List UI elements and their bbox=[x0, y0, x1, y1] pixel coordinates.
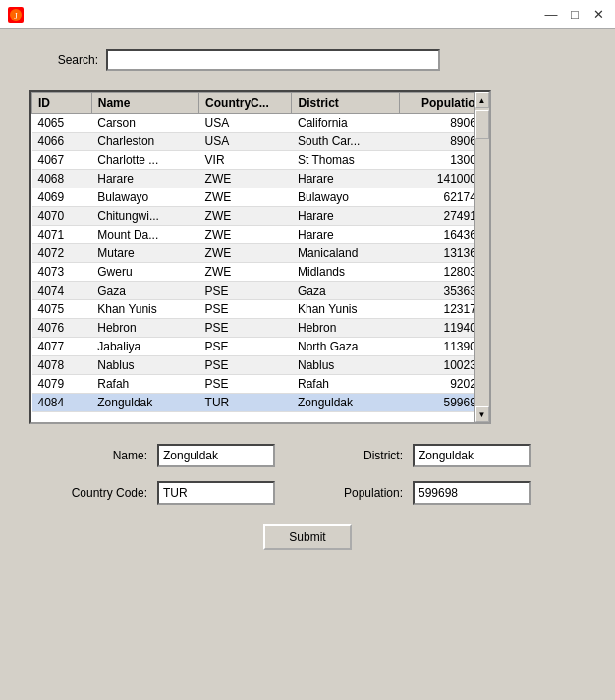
maximize-button[interactable]: □ bbox=[566, 6, 584, 24]
cell-cc: USA bbox=[199, 133, 292, 151]
table-row[interactable]: 4067 Charlotte ... VIR St Thomas 13000 bbox=[32, 151, 489, 170]
table-row[interactable]: 4078 Nablus PSE Nablus 100231 bbox=[32, 356, 489, 375]
cell-id: 4076 bbox=[32, 319, 92, 338]
scrollbar-down-button[interactable]: ▼ bbox=[475, 406, 489, 422]
cell-district: Khan Yunis bbox=[292, 300, 399, 319]
table-row[interactable]: 4068 Harare ZWE Harare 1410000 bbox=[32, 170, 489, 188]
table-row[interactable]: 4084 Zonguldak TUR Zonguldak 599698 bbox=[32, 394, 489, 412]
col-header-name: Name bbox=[91, 93, 198, 114]
cell-cc: VIR bbox=[199, 151, 292, 170]
table-row[interactable]: 4077 Jabaliya PSE North Gaza 113901 bbox=[32, 338, 489, 356]
table-body: 4065 Carson USA California 89069 4066 Ch… bbox=[32, 114, 489, 412]
table-row[interactable]: 4072 Mutare ZWE Manicaland 131367 bbox=[32, 244, 489, 263]
cell-name: Mount Da... bbox=[91, 226, 198, 244]
table-row[interactable]: 4070 Chitungwi... ZWE Harare 274912 bbox=[32, 207, 489, 226]
scrollbar[interactable]: ▲ ▼ bbox=[474, 92, 489, 422]
table-row[interactable]: 4079 Rafah PSE Rafah 92020 bbox=[32, 375, 489, 394]
col-header-id: ID bbox=[32, 93, 92, 114]
cell-district: Zonguldak bbox=[292, 394, 399, 412]
name-input[interactable] bbox=[157, 444, 275, 467]
close-button[interactable]: ✕ bbox=[589, 6, 607, 24]
table-row[interactable]: 4076 Hebron PSE Hebron 119401 bbox=[32, 319, 489, 338]
country-code-input[interactable] bbox=[157, 481, 275, 505]
cell-id: 4079 bbox=[32, 375, 92, 394]
population-label: Population: bbox=[285, 486, 403, 500]
cell-name: Mutare bbox=[91, 244, 198, 263]
cc-row: Country Code: Population: bbox=[29, 481, 586, 505]
cell-cc: PSE bbox=[199, 375, 292, 394]
cell-id: 4071 bbox=[32, 226, 92, 244]
table-row[interactable]: 4074 Gaza PSE Gaza 353632 bbox=[32, 282, 489, 300]
cell-cc: PSE bbox=[199, 282, 292, 300]
cell-name: Charleston bbox=[91, 133, 198, 151]
cell-name: Bulawayo bbox=[91, 188, 198, 207]
app-icon: J bbox=[8, 7, 24, 23]
population-input[interactable] bbox=[413, 481, 531, 505]
col-header-cc: CountryC... bbox=[199, 93, 292, 114]
district-label: District: bbox=[285, 449, 403, 462]
title-bar-left: J bbox=[8, 7, 24, 23]
table-row[interactable]: 4073 Gweru ZWE Midlands 128037 bbox=[32, 263, 489, 282]
table-row[interactable]: 4066 Charleston USA South Car... 89063 bbox=[32, 133, 489, 151]
cell-name: Hebron bbox=[91, 319, 198, 338]
cell-id: 4066 bbox=[32, 133, 92, 151]
scrollbar-thumb[interactable] bbox=[475, 110, 489, 139]
name-row: Name: District: bbox=[29, 444, 586, 467]
table-row[interactable]: 4071 Mount Da... ZWE Harare 164362 bbox=[32, 226, 489, 244]
data-table: ID Name CountryC... District Population … bbox=[31, 92, 489, 412]
cell-id: 4067 bbox=[32, 151, 92, 170]
cell-name: Gaza bbox=[91, 282, 198, 300]
cell-district: Gaza bbox=[292, 282, 399, 300]
title-bar: J — □ ✕ bbox=[0, 0, 615, 29]
cell-cc: ZWE bbox=[199, 263, 292, 282]
cell-name: Nablus bbox=[91, 356, 198, 375]
minimize-button[interactable]: — bbox=[542, 6, 560, 24]
cell-name: Charlotte ... bbox=[91, 151, 198, 170]
table-row[interactable]: 4065 Carson USA California 89069 bbox=[32, 114, 489, 133]
svg-text:J: J bbox=[14, 11, 18, 21]
cell-cc: PSE bbox=[199, 300, 292, 319]
cell-district: Rafah bbox=[292, 375, 399, 394]
cell-name: Zonguldak bbox=[91, 394, 198, 412]
cell-id: 4084 bbox=[32, 394, 92, 412]
search-label: Search: bbox=[29, 53, 98, 67]
cell-district: South Car... bbox=[292, 133, 399, 151]
cell-id: 4065 bbox=[32, 114, 92, 133]
cell-cc: ZWE bbox=[199, 244, 292, 263]
table-header-row: ID Name CountryC... District Population bbox=[32, 93, 489, 114]
cell-name: Jabaliya bbox=[91, 338, 198, 356]
cell-id: 4073 bbox=[32, 263, 92, 282]
cell-name: Khan Yunis bbox=[91, 300, 198, 319]
cell-name: Chitungwi... bbox=[91, 207, 198, 226]
cell-id: 4075 bbox=[32, 300, 92, 319]
cell-district: Manicaland bbox=[292, 244, 399, 263]
cell-district: North Gaza bbox=[292, 338, 399, 356]
cell-district: Harare bbox=[292, 207, 399, 226]
name-label: Name: bbox=[29, 449, 147, 462]
submit-row: Submit bbox=[29, 524, 586, 550]
search-input[interactable] bbox=[106, 49, 440, 71]
cell-district: Nablus bbox=[292, 356, 399, 375]
search-row: Search: bbox=[29, 49, 586, 71]
cell-district: Bulawayo bbox=[292, 188, 399, 207]
cell-id: 4069 bbox=[32, 188, 92, 207]
title-bar-controls: — □ ✕ bbox=[542, 6, 607, 24]
cell-cc: PSE bbox=[199, 356, 292, 375]
table-row[interactable]: 4069 Bulawayo ZWE Bulawayo 621742 bbox=[32, 188, 489, 207]
cell-district: Harare bbox=[292, 170, 399, 188]
cell-id: 4072 bbox=[32, 244, 92, 263]
col-header-district: District bbox=[292, 93, 399, 114]
cell-district: Harare bbox=[292, 226, 399, 244]
cell-id: 4074 bbox=[32, 282, 92, 300]
cell-id: 4068 bbox=[32, 170, 92, 188]
submit-button[interactable]: Submit bbox=[263, 524, 352, 550]
cell-cc: ZWE bbox=[199, 170, 292, 188]
cell-id: 4077 bbox=[32, 338, 92, 356]
cell-id: 4070 bbox=[32, 207, 92, 226]
cell-cc: ZWE bbox=[199, 207, 292, 226]
cell-name: Harare bbox=[91, 170, 198, 188]
district-input[interactable] bbox=[413, 444, 531, 467]
country-code-label: Country Code: bbox=[29, 486, 147, 500]
table-row[interactable]: 4075 Khan Yunis PSE Khan Yunis 123175 bbox=[32, 300, 489, 319]
scrollbar-up-button[interactable]: ▲ bbox=[475, 92, 489, 108]
